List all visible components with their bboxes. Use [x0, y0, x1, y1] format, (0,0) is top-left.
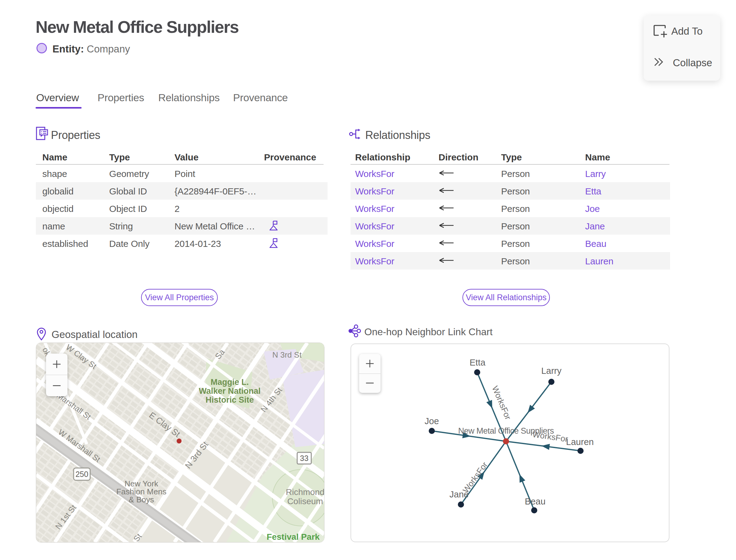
svg-text:Walker National: Walker National	[199, 386, 261, 396]
svg-text:WorksFor: WorksFor	[532, 430, 569, 444]
svg-text:Lauren: Lauren	[566, 437, 594, 447]
svg-text:Joe: Joe	[425, 416, 439, 426]
svg-text:Historic Site: Historic Site	[205, 395, 254, 405]
svg-text:WorksFor: WorksFor	[461, 460, 489, 495]
svg-text:Etta: Etta	[470, 358, 485, 367]
svg-text:250: 250	[75, 470, 88, 478]
svg-text:WorksFor: WorksFor	[490, 385, 513, 421]
svg-text:Festival Park: Festival Park	[267, 532, 320, 542]
svg-text:Larry: Larry	[541, 366, 562, 376]
svg-text:& Boys: & Boys	[129, 495, 154, 504]
svg-text:Coliseum: Coliseum	[287, 497, 323, 506]
svg-text:33: 33	[300, 454, 309, 462]
svg-text:Beau: Beau	[525, 497, 546, 506]
svg-text:Maggie L.: Maggie L.	[211, 378, 249, 387]
svg-text:Richmond: Richmond	[286, 487, 324, 497]
svg-text:N 3rd St: N 3rd St	[272, 350, 302, 359]
